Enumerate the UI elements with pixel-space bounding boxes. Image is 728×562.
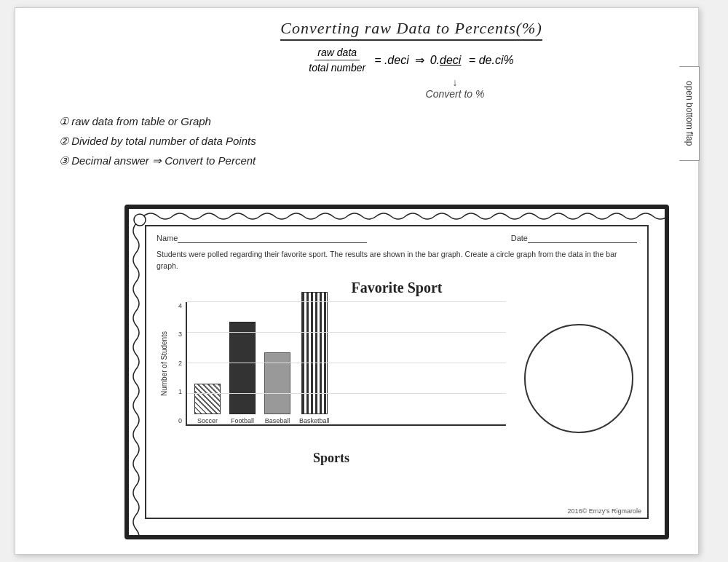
- chart-title: Favorite Sport: [157, 280, 637, 296]
- step-2: ② Divided by total number of data Points: [59, 133, 662, 149]
- formula-equal: = .deci: [374, 54, 409, 67]
- formula-row: raw data total number = .deci ⇒ 0.deci =…: [161, 47, 662, 74]
- circle-area: [521, 302, 637, 433]
- step-3: ③ Decimal answer ⇒ Convert to Percent: [59, 153, 662, 168]
- formula-percent: = de.ci%: [465, 54, 513, 67]
- date-label: Date: [511, 234, 528, 242]
- bar-chart: Number of Students 4 3 2 1 0: [157, 302, 506, 448]
- name-label: Name: [157, 234, 178, 242]
- worksheet: Name Date Students were polled regarding…: [124, 205, 669, 539]
- ws-instructions: Students were polled regarding their fav…: [157, 249, 637, 272]
- ws-content: Name Date Students were polled regarding…: [146, 226, 647, 473]
- ws-main: Number of Students 4 3 2 1 0: [157, 302, 637, 466]
- y-ticks: 4 3 2 1 0: [162, 302, 182, 424]
- chart-grid: 4 3 2 1 0: [186, 302, 506, 426]
- chart-area: Number of Students 4 3 2 1 0: [157, 302, 506, 466]
- title-section: Converting raw Data to Percents(%) raw d…: [161, 19, 662, 100]
- copyright: 2016© Emzy's Rigmarole: [568, 507, 641, 515]
- step-1: ① raw data from table or Graph: [59, 114, 662, 129]
- steps-section: ① raw data from table or Graph ② Divided…: [59, 114, 662, 173]
- worksheet-inner: Name Date Students were polled regarding…: [145, 225, 649, 519]
- arrow-icon: ⇒: [415, 53, 424, 67]
- fraction-denominator: total number: [309, 60, 365, 74]
- side-tab: open bottom flap: [679, 66, 700, 161]
- name-date-row: Name Date: [157, 234, 637, 243]
- svg-point-0: [134, 214, 146, 226]
- circle-graph: [524, 324, 633, 433]
- grid-lines: [187, 302, 506, 424]
- main-title: Converting raw Data to Percents(%): [280, 19, 542, 41]
- convert-note: ↓ Convert to %: [248, 76, 662, 100]
- page: open bottom flap Converting raw Data to …: [15, 7, 699, 555]
- x-axis-label: Sports: [157, 451, 506, 466]
- formula-decimal: 0.deci: [430, 54, 462, 67]
- fraction-numerator: raw data: [314, 47, 360, 60]
- fraction: raw data total number: [309, 47, 365, 74]
